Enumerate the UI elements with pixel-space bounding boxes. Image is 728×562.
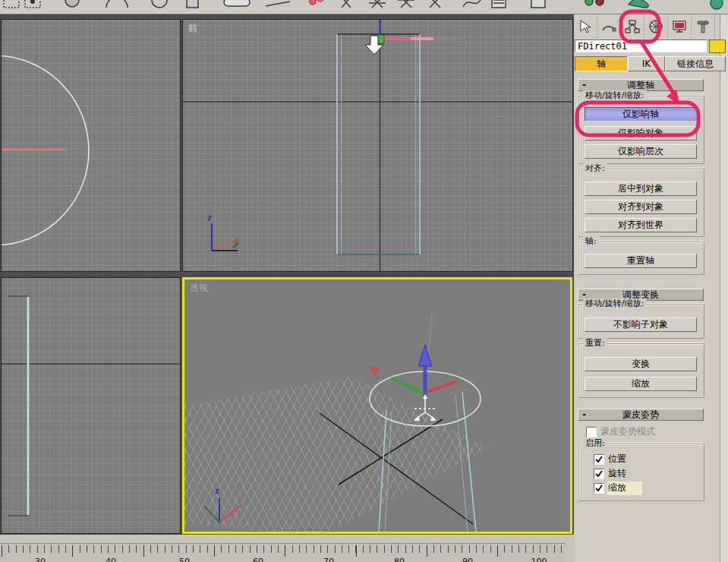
object-color-swatch[interactable] xyxy=(709,39,726,53)
group-label: 对齐: xyxy=(583,163,607,174)
gizmo-y-axis[interactable] xyxy=(391,378,424,393)
tab-display[interactable] xyxy=(668,14,692,39)
ruler-major-ticks xyxy=(2,545,566,557)
capsule-icon[interactable] xyxy=(224,0,250,6)
align3-icon[interactable] xyxy=(430,0,440,8)
modify-arc-icon xyxy=(600,18,617,35)
sphere-right-icon[interactable] xyxy=(711,0,723,9)
group-label: 移动/旋转/缩放: xyxy=(583,90,646,101)
ring-icon[interactable] xyxy=(152,0,167,8)
main-toolbar xyxy=(0,0,728,14)
cyl-left-2 xyxy=(385,412,392,532)
center-to-object-button[interactable]: 居中到对象 xyxy=(585,182,697,196)
gizmo-z-arrowhead xyxy=(418,345,432,366)
viewport-front[interactable]: 前 xyxy=(182,19,573,272)
rollout-title: 蒙皮姿势 xyxy=(622,409,659,420)
affect-hierarchy-only-button[interactable]: 仅影响层次 xyxy=(585,144,697,159)
reset-pivot-button[interactable]: 重置轴 xyxy=(585,254,697,268)
mirror-icon[interactable] xyxy=(342,0,351,8)
checkbox-box xyxy=(594,483,604,494)
teapot-icon[interactable] xyxy=(629,0,648,8)
align-to-world-button[interactable]: 对齐到世界 xyxy=(585,218,697,232)
viewport-perspective[interactable]: 透视 xyxy=(182,277,572,534)
ruler-label: 40 xyxy=(106,557,116,562)
subtab-ik[interactable]: IK xyxy=(628,56,665,71)
list-view-icon[interactable] xyxy=(492,0,506,8)
line-icon[interactable] xyxy=(266,2,290,6)
black-line-1 xyxy=(320,413,473,524)
cyl-left-1 xyxy=(379,410,386,532)
tab-utilities[interactable] xyxy=(692,14,715,39)
panel-scroll-gutter[interactable] xyxy=(720,14,728,562)
subtab-link-info[interactable]: 链接信息 xyxy=(665,56,726,71)
left-viewport-geometry xyxy=(2,278,181,534)
align2-icon[interactable] xyxy=(398,0,414,8)
utilities-hammer-icon xyxy=(695,18,711,35)
arc-rotate-icon[interactable] xyxy=(106,0,128,8)
tab-hierarchy[interactable] xyxy=(621,14,644,39)
box-icon[interactable] xyxy=(187,0,198,8)
marquee-rect-icon[interactable] xyxy=(4,0,19,8)
window-icon[interactable] xyxy=(531,0,545,8)
top-viewport-geometry xyxy=(2,20,181,272)
snap-pink2-icon xyxy=(317,0,323,2)
motion-wheel-icon xyxy=(648,18,664,35)
affect-object-only-button[interactable]: 仅影响对象 xyxy=(585,126,697,140)
checkbox-label: 蒙皮姿势模式 xyxy=(600,425,655,438)
curve-icon[interactable] xyxy=(463,0,481,7)
ruler-label: 90 xyxy=(462,557,473,562)
sphere-red-icon[interactable] xyxy=(596,0,604,5)
tab-motion[interactable] xyxy=(644,14,668,39)
rollout-skin-pose[interactable]: - 蒙皮姿势 xyxy=(578,409,704,421)
viewport-top[interactable] xyxy=(1,19,181,272)
skin-pose-mode-checkbox[interactable]: 蒙皮姿势模式 xyxy=(586,426,655,437)
checkbox-label: 位置 xyxy=(608,453,626,466)
ruler-label: 30 xyxy=(35,557,46,562)
group-label: 轴: xyxy=(583,236,599,247)
gizmo-x-end xyxy=(64,148,68,152)
ruler-label: 80 xyxy=(394,557,405,562)
tab-modify[interactable] xyxy=(597,14,621,39)
command-panel: FDirect01 轴 IK 链接信息 - 调整轴 移动/旋转/缩放: 仅影响轴… xyxy=(574,0,728,562)
ruler-label: 50 xyxy=(179,557,190,562)
checkbox-box xyxy=(594,454,604,465)
sphere-green-icon[interactable] xyxy=(585,0,593,5)
tab-create[interactable] xyxy=(574,14,597,39)
checkbox-box xyxy=(586,427,597,437)
object-name-field[interactable]: FDirect01 xyxy=(575,39,707,52)
dont-affect-children-button[interactable]: 不影响子对象 xyxy=(585,317,697,332)
persp-z-label: z xyxy=(215,487,219,495)
gizmo-x-axis[interactable] xyxy=(427,381,456,392)
position-checkbox[interactable]: 位置 xyxy=(594,453,626,465)
collapse-indicator: - xyxy=(582,409,586,421)
reset-transform-button[interactable]: 变换 xyxy=(585,357,697,371)
scale-checkbox[interactable]: 缩放 xyxy=(594,482,626,494)
perspective-geometry xyxy=(184,279,570,532)
tripod-y-persp xyxy=(205,507,219,523)
subtab-pivot[interactable]: 轴 xyxy=(575,56,628,71)
rotation-checkbox[interactable]: 旋转 xyxy=(594,468,626,479)
marquee-dot-icon xyxy=(30,0,35,4)
group-label: 移动/旋转/缩放: xyxy=(583,298,646,309)
align-icon[interactable] xyxy=(369,0,386,8)
toolbar-icons xyxy=(0,0,728,14)
checkbox-box xyxy=(594,469,604,479)
front-viewport-geometry xyxy=(183,20,573,272)
hierarchy-tree-icon xyxy=(624,18,641,35)
sphere-icon[interactable] xyxy=(65,0,79,7)
viewport-front-label: 前 xyxy=(188,22,197,35)
collapse-indicator: - xyxy=(582,80,586,91)
tripod-x-persp xyxy=(219,505,241,523)
reset-scale-button[interactable]: 缩放 xyxy=(585,377,697,391)
align-to-object-button[interactable]: 对齐到对象 xyxy=(585,200,697,214)
time-slider-strip[interactable] xyxy=(0,535,574,543)
pivot-tripod-icon xyxy=(414,394,436,421)
rollout-adjust-pivot[interactable]: - 调整轴 xyxy=(578,79,704,91)
affect-pivot-only-button[interactable]: 仅影响轴 xyxy=(585,107,697,122)
snap-pink-icon[interactable] xyxy=(310,0,316,5)
front-x-label: x xyxy=(235,236,239,245)
viewport-left[interactable] xyxy=(1,277,181,534)
display-monitor-icon xyxy=(671,18,688,35)
ruler-label: 100 xyxy=(531,557,547,562)
track-bar-ruler[interactable]: 30 40 50 60 70 80 90 100 xyxy=(0,543,566,562)
